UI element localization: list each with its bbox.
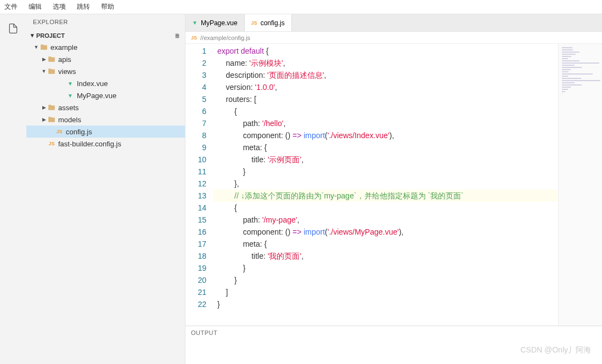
main-layout: EXPLORER ▾ PROJECT 🗎 ▼example▶apis▼views… (0, 14, 602, 364)
tab-bar: ▼MyPage.vueJSconfig.js (185, 14, 602, 32)
tree-item[interactable]: ▼Index.vue (26, 77, 185, 89)
sidebar-title: EXPLORER (26, 14, 185, 30)
code-line: export default { (213, 45, 558, 57)
line-number: 18 (185, 250, 206, 262)
code-line: } (213, 274, 558, 286)
file-tree: ▼example▶apis▼views▼Index.vue▼MyPage.vue… (26, 41, 185, 150)
tree-item-label: MyPage.vue (77, 92, 116, 100)
tab[interactable]: ▼MyPage.vue (185, 14, 245, 31)
line-number: 16 (185, 226, 206, 238)
output-panel: OUTPUT (185, 326, 602, 364)
tab-label: config.js (261, 19, 285, 27)
line-number: 20 (185, 274, 206, 286)
line-gutter: 12345678910111213141516171819202122 (185, 44, 213, 326)
tree-item[interactable]: ▼example (26, 41, 185, 53)
chevron-right-icon: ▶ (41, 56, 47, 62)
minimap[interactable] (558, 44, 602, 326)
project-header[interactable]: ▾ PROJECT 🗎 (26, 30, 185, 41)
tree-item-label: models (58, 116, 81, 124)
code-area: 12345678910111213141516171819202122 expo… (185, 44, 602, 326)
menu-item[interactable]: 选项 (53, 2, 66, 12)
watermark: CSDN @Only丿阿海 (520, 345, 591, 355)
code-line: { (213, 202, 558, 214)
tree-item[interactable]: ▶assets (26, 101, 185, 113)
code-line: component: () => import('./views/Index.v… (213, 129, 558, 141)
code-content[interactable]: export default { name: '示例模块', descripti… (213, 44, 558, 326)
tree-item[interactable]: ▶models (26, 113, 185, 126)
menubar: 文件编辑选项跳转帮助 (0, 0, 602, 14)
code-line: routers: [ (213, 93, 558, 105)
new-file-icon[interactable]: 🗎 (175, 32, 181, 39)
folder-icon (47, 115, 56, 124)
vue-icon: ▼ (66, 79, 75, 88)
line-number: 15 (185, 214, 206, 226)
chevron-right-icon: ▶ (41, 117, 47, 122)
tree-item[interactable]: ▼views (26, 65, 185, 77)
activity-bar (0, 14, 26, 364)
code-line: } (213, 262, 558, 274)
menu-item[interactable]: 文件 (4, 2, 18, 12)
tree-item-label: config.js (66, 128, 92, 136)
tree-item[interactable]: JSfast-builder.config.js (26, 138, 185, 150)
code-line: } (213, 298, 558, 310)
editor-area: ▼MyPage.vueJSconfig.js JS //example/conf… (185, 14, 602, 364)
output-title: OUTPUT (185, 326, 602, 339)
tree-item-label: assets (58, 104, 79, 112)
line-number: 7 (185, 117, 206, 129)
chevron-down-icon: ▾ (31, 32, 34, 39)
code-line: title: '我的页面', (213, 250, 558, 262)
code-line: // ↓添加这个页面的路由为`my-page`，并给他指定标题为 `我的页面` (213, 190, 558, 202)
folder-icon (47, 55, 56, 64)
tree-item-label: fast-builder.config.js (58, 140, 121, 148)
line-number: 10 (185, 153, 206, 166)
menu-item[interactable]: 编辑 (29, 2, 42, 12)
vue-icon: ▼ (192, 20, 198, 26)
code-line: description: '页面的描述信息', (213, 69, 558, 81)
folder-icon (47, 103, 56, 112)
vue-icon: ▼ (66, 91, 75, 100)
line-number: 5 (185, 93, 206, 105)
line-number: 21 (185, 286, 206, 298)
line-number: 6 (185, 105, 206, 117)
line-number: 14 (185, 202, 206, 214)
breadcrumb-path: //example/config.js (200, 35, 250, 41)
line-number: 1 (185, 45, 206, 57)
code-line: title: '示例页面', (213, 153, 558, 166)
code-line: version: '1.0.0', (213, 81, 558, 93)
code-line: component: () => import('./views/MyPage.… (213, 226, 558, 238)
code-line: name: '示例模块', (213, 57, 558, 69)
js-icon: JS (47, 139, 56, 148)
line-number: 19 (185, 262, 206, 274)
code-line: } (213, 166, 558, 178)
code-line: path: '/hello', (213, 117, 558, 129)
code-line: ] (213, 286, 558, 298)
tree-item-label: apis (58, 55, 71, 64)
line-number: 12 (185, 178, 206, 190)
chevron-down-icon: ▼ (33, 44, 40, 50)
breadcrumb[interactable]: JS //example/config.js (185, 32, 602, 44)
chevron-down-icon: ▼ (41, 69, 47, 74)
tree-item-label: views (58, 67, 76, 76)
menu-item[interactable]: 帮助 (101, 2, 114, 12)
line-number: 22 (185, 298, 206, 310)
code-line: { (213, 105, 558, 117)
tree-item[interactable]: ▶apis (26, 53, 185, 65)
line-number: 4 (185, 81, 206, 93)
tree-item[interactable]: JSconfig.js (26, 126, 185, 138)
tab-label: MyPage.vue (201, 19, 238, 27)
folder-icon (47, 67, 56, 76)
project-label: PROJECT (36, 32, 65, 39)
code-line: meta: { (213, 238, 558, 250)
line-number: 11 (185, 166, 206, 178)
tree-item-label: Index.vue (77, 79, 108, 88)
tree-item-label: example (50, 43, 77, 52)
line-number: 9 (185, 141, 206, 153)
line-number: 17 (185, 238, 206, 250)
files-icon[interactable] (5, 21, 21, 36)
menu-item[interactable]: 跳转 (77, 2, 90, 12)
line-number: 2 (185, 57, 206, 69)
js-icon: JS (251, 20, 257, 26)
tab[interactable]: JSconfig.js (245, 14, 292, 31)
tree-item[interactable]: ▼MyPage.vue (26, 89, 185, 101)
folder-icon (40, 43, 48, 52)
